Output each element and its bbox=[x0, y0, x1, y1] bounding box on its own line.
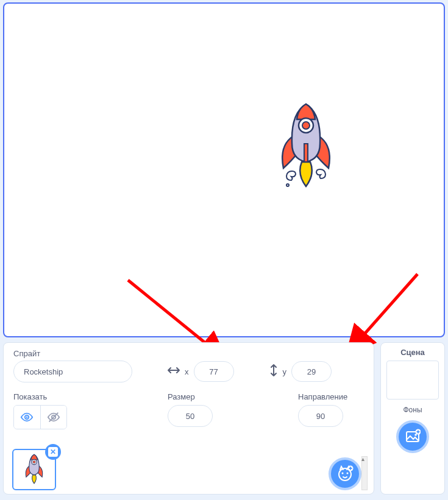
image-plus-icon bbox=[405, 429, 421, 445]
y-input[interactable] bbox=[291, 361, 332, 382]
cat-plus-icon bbox=[336, 465, 354, 483]
eye-off-icon bbox=[47, 410, 60, 424]
scene-preview[interactable] bbox=[386, 361, 439, 400]
horizontal-arrows-icon bbox=[168, 366, 180, 377]
show-label: Показать bbox=[13, 392, 67, 401]
scrollbar[interactable] bbox=[361, 456, 368, 490]
stage-panel[interactable] bbox=[3, 2, 445, 337]
svg-point-2 bbox=[286, 184, 289, 186]
svg-point-6 bbox=[26, 417, 28, 418]
sprite-name-input[interactable] bbox=[13, 361, 132, 382]
show-button[interactable] bbox=[14, 406, 40, 429]
svg-point-1 bbox=[302, 122, 310, 129]
size-label: Размер bbox=[168, 392, 213, 401]
hide-button[interactable] bbox=[40, 406, 67, 429]
backdrops-label: Фоны bbox=[386, 406, 439, 414]
add-sprite-button[interactable] bbox=[329, 457, 361, 490]
svg-point-16 bbox=[414, 434, 417, 436]
sprite-section-label: Спрайт bbox=[13, 349, 364, 358]
sprite-info-panel: Спрайт x y Показать bbox=[3, 342, 374, 495]
visibility-toggle bbox=[13, 405, 67, 429]
svg-point-13 bbox=[347, 473, 349, 474]
sprite-list: ✕ bbox=[12, 449, 56, 490]
stage-sprite-rocketship[interactable] bbox=[266, 101, 346, 192]
close-icon: ✕ bbox=[48, 447, 58, 457]
sprite-thumbnail[interactable]: ✕ bbox=[12, 449, 56, 490]
y-label: y bbox=[283, 367, 287, 376]
direction-input[interactable] bbox=[298, 405, 343, 427]
size-input[interactable] bbox=[168, 405, 213, 427]
svg-point-12 bbox=[342, 473, 344, 474]
rocketship-graphic bbox=[266, 101, 346, 192]
sprite-delete-button[interactable]: ✕ bbox=[45, 444, 61, 460]
x-input[interactable] bbox=[194, 361, 234, 382]
rocketship-thumb-icon bbox=[20, 453, 48, 486]
add-backdrop-button[interactable] bbox=[396, 420, 429, 453]
vertical-arrows-icon bbox=[269, 364, 278, 379]
direction-label: Направление bbox=[298, 392, 347, 401]
scene-title: Сцена bbox=[386, 348, 439, 357]
eye-icon bbox=[20, 410, 34, 424]
x-label: x bbox=[185, 367, 189, 376]
svg-point-10 bbox=[33, 460, 35, 463]
scene-panel: Сцена Фоны bbox=[380, 342, 445, 495]
